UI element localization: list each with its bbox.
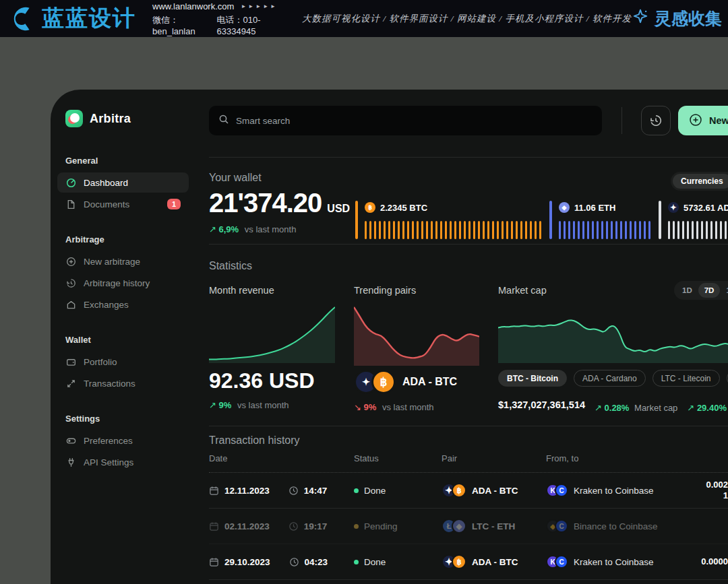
amount-cell: 0.002 1 — [706, 473, 728, 508]
history-button[interactable] — [641, 106, 671, 135]
trending-pair: ✦ ฿ ADA - BTC — [354, 368, 479, 395]
range-1m[interactable]: 1M — [720, 283, 728, 298]
table-row[interactable]: 29.10.2023 04:23 Done ✦ ฿ ADA - BTC — [209, 544, 728, 580]
market-cap-card: Market cap 1D 7D 1M BTC - Bitcoin ADA - … — [498, 285, 728, 413]
range-7d[interactable]: 7D — [698, 283, 721, 298]
sidebar-item-dashboard[interactable]: Dashboard — [57, 172, 189, 193]
ada-bars-sparkline — [668, 221, 728, 239]
history-clock-icon — [65, 278, 76, 288]
table-row[interactable]: 02.11.2023 19:17 Pending Ł ◆ LTC - ETH — [209, 509, 728, 544]
col-pair: Pair — [442, 453, 457, 463]
market-cap-range-tabs: 1D 7D 1M — [674, 281, 728, 300]
eth-segment-marker — [549, 201, 552, 239]
banner-phone: 电话：010-63334945 — [217, 14, 278, 36]
exchange-icons: K C — [546, 555, 568, 569]
eth-coin-icon: ◆ — [559, 202, 570, 213]
transactions-table: 12.11.2023 14:47 Done ✦ ฿ ADA - BTC — [209, 472, 728, 580]
banner-brand-text: 蓝蓝设计 — [42, 3, 136, 34]
arbitra-logo-icon — [65, 110, 83, 127]
search-box — [209, 106, 602, 135]
sidebar-item-exchanges[interactable]: Exchanges — [57, 294, 189, 315]
search-icon — [218, 114, 229, 127]
toggle-currencies[interactable]: Currencies — [673, 174, 728, 189]
plug-icon — [65, 457, 76, 467]
pair-coins: Ł ◆ — [442, 519, 466, 533]
status-text: Pending — [364, 521, 398, 531]
trending-pairs-change: ↘ 9% vs last month — [354, 402, 479, 412]
wallet-balance: 21'374.20 USD — [209, 188, 350, 218]
table-header: Date Status Pair From, to — [209, 453, 728, 471]
status-text: Done — [364, 486, 386, 496]
chip-ltc-litecoin[interactable]: LTC - Litecoin — [653, 370, 720, 387]
arrows-decoration: ►►►►► — [241, 3, 278, 9]
ada-coin-icon: ✦ — [668, 202, 679, 213]
sidebar-item-arbitrage-history[interactable]: Arbitrage history — [57, 273, 189, 293]
wallet-view-toggle: Currencies Exchanges — [671, 172, 728, 191]
market-cap-stats: $1,327,027,361,514 ↗ 0.28% Market cap ↗ … — [498, 396, 728, 413]
pair-coins: ✦ ฿ — [442, 483, 466, 498]
clock-icon — [289, 521, 299, 531]
sidebar-item-new-arbitrage[interactable]: New arbitrage — [57, 251, 189, 271]
sidebar-item-preferences[interactable]: Preferences — [57, 430, 189, 451]
eth-amount: 11.06 ETH — [574, 203, 615, 213]
trend-up-icon: ↗ — [595, 403, 602, 413]
app-brand-name: Arbitra — [90, 112, 131, 126]
new-arbitrage-button[interactable]: New arbitrage — [678, 106, 728, 135]
ada-amount: 5732.61 ADA — [684, 203, 728, 213]
trending-pairs-card: Trending pairs ✦ ฿ ADA - BTC ↘ 9% — [354, 285, 479, 413]
coinbase-icon: C — [555, 555, 568, 569]
topbar-divider — [621, 107, 622, 134]
month-revenue-chart — [209, 304, 335, 363]
banner-url-link[interactable]: www.lanlanwork.com — [152, 1, 234, 11]
sidebar-item-transactions[interactable]: Transactions — [57, 373, 189, 393]
star-icon — [632, 8, 649, 30]
statistics-section-title: Statistics — [209, 260, 252, 272]
calendar-icon — [209, 486, 219, 496]
sidebar-item-portfolio[interactable]: Portfolio — [57, 352, 189, 372]
lanlan-logo-icon — [9, 5, 38, 33]
arbitra-app-window: Arbitra General Dashboard Documents 1 Ar… — [51, 90, 728, 584]
pair-coins: ✦ ฿ — [354, 370, 396, 394]
holding-ada: ✦ 5732.61 ADA — [659, 201, 728, 239]
status-dot-done — [354, 560, 359, 564]
pair-coins: ✦ ฿ — [442, 554, 466, 569]
eth-bars-sparkline — [559, 221, 650, 239]
balance-value: 21'374.20 — [209, 188, 322, 218]
coinbase-icon: C — [555, 484, 568, 497]
ada-segment-marker — [659, 201, 661, 239]
divider — [209, 244, 728, 245]
wallet-section-title: Your wallet — [209, 172, 262, 184]
balance-currency: USD — [327, 203, 350, 215]
dashboard-gauge-icon — [65, 178, 76, 188]
table-row[interactable]: 12.11.2023 14:47 Done ✦ ฿ ADA - BTC — [209, 473, 728, 509]
status-dot-done — [354, 488, 359, 493]
toggle-icon — [65, 436, 76, 446]
chip-ada-cardano[interactable]: ADA - Cardano — [574, 370, 646, 387]
month-revenue-card: Month revenue 92.36 USD ↗ 9% vs last mon… — [209, 285, 335, 413]
banner-wechat: 微信：ben_lanlan — [152, 14, 204, 36]
wallet-holdings: ฿ 2.2345 BTC ◆ 11.06 ETH — [355, 201, 728, 239]
sidebar-item-documents[interactable]: Documents 1 — [57, 194, 189, 214]
trending-pairs-label: Trending pairs — [354, 285, 479, 298]
eth-coin-icon: ◆ — [452, 519, 466, 533]
trend-up-icon: ↗ — [687, 403, 694, 413]
btc-amount: 2.2345 BTC — [380, 203, 427, 213]
holding-eth: ◆ 11.06 ETH — [549, 201, 650, 239]
chip-btc-bitcoin[interactable]: BTC - Bitcoin — [498, 370, 567, 387]
trending-pairs-chart — [354, 304, 479, 366]
main-content: New arbitrage Your wallet 21'374.20 USD … — [195, 90, 728, 584]
range-1d[interactable]: 1D — [676, 283, 698, 298]
btc-coin-icon: ฿ — [452, 483, 466, 498]
sidebar-item-api-settings[interactable]: API Settings — [57, 452, 189, 472]
holding-btc: ฿ 2.2345 BTC — [355, 201, 541, 239]
search-input[interactable] — [236, 116, 593, 126]
col-from-to: From, to — [546, 453, 578, 463]
documents-badge: 1 — [167, 199, 181, 209]
trend-up-icon: ↗ — [209, 400, 216, 410]
sidebar: Arbitra General Dashboard Documents 1 Ar… — [51, 90, 195, 584]
sidebar-section-wallet: Wallet — [65, 335, 189, 345]
month-revenue-value: 92.36 USD — [209, 368, 335, 393]
inspiration-collect-link[interactable]: 灵感收集 — [632, 7, 722, 30]
market-cap-value: $1,327,027,361,514 — [498, 399, 585, 410]
wallet-change: ↗ 6,9% vs last month — [209, 224, 296, 234]
